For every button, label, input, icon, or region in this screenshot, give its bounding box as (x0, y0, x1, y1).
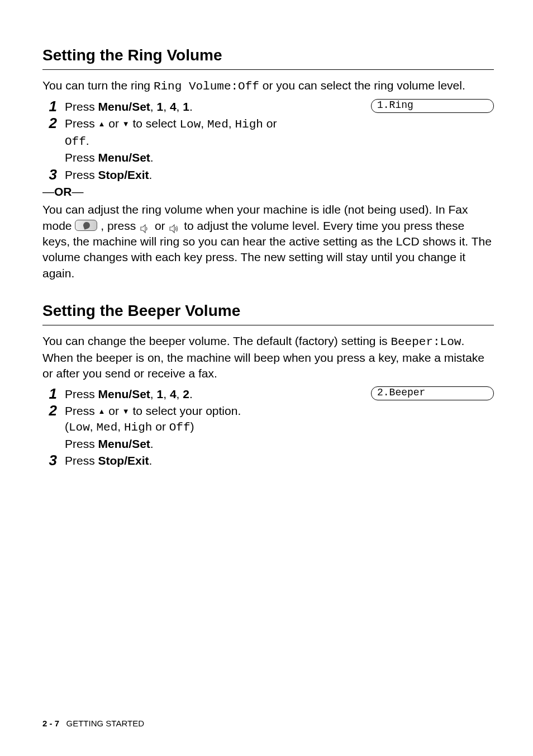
text: , (177, 100, 183, 113)
text: , (90, 420, 97, 433)
text: Press (65, 151, 98, 164)
key-stop-exit: Stop/Exit (98, 454, 149, 467)
text: Press (65, 117, 98, 130)
text: to select your option. (130, 404, 241, 417)
text: , (117, 420, 124, 433)
step-text: Press Menu/Set, 1, 4, 2. (65, 386, 299, 402)
text: or (105, 117, 122, 130)
up-arrow-icon: ▲ (98, 120, 106, 128)
text: or (105, 404, 122, 417)
key-4: 4 (170, 100, 177, 113)
step-1: 1 Press Menu/Set, 1, 4, 2. 2.Beeper (42, 386, 494, 402)
lcd-display: 2.Beeper (371, 386, 494, 400)
option-off: Off (169, 421, 191, 434)
step-3: 3 Press Stop/Exit. (42, 167, 494, 183)
step-number: 2 (42, 116, 65, 130)
option-off: Off (65, 135, 86, 148)
step-number: 3 (42, 167, 65, 182)
key-stop-exit: Stop/Exit (98, 168, 149, 181)
text: . (189, 100, 193, 113)
text: Press (65, 454, 98, 467)
key-1: 1 (157, 388, 164, 400)
section-ring-volume: Setting the Ring Volume You can turn the… (42, 45, 494, 281)
text: or (151, 219, 168, 232)
page-number: 2 - 7 (42, 719, 59, 728)
step-2: 2 Press ▲ or ▼ to select Low, Med, High … (42, 116, 494, 166)
step-text: Press Stop/Exit. (65, 453, 299, 469)
text: Press (65, 100, 98, 113)
text: , (163, 100, 170, 113)
idle-paragraph: You can adjust the ring volume when your… (42, 202, 494, 281)
text: , (150, 100, 157, 113)
text: , (177, 388, 183, 400)
section-beeper-volume: Setting the Beeper Volume You can change… (42, 300, 494, 469)
key-menu-set: Menu/Set (98, 151, 150, 164)
text: . (150, 151, 154, 164)
text: ( (65, 420, 69, 433)
lcd-text-inline: Ring Volume:Off (154, 80, 259, 93)
step-text: Press ▲ or ▼ to select your option. (Low… (65, 403, 299, 452)
step-number: 1 (42, 386, 65, 401)
lcd-display-wrapper: 2.Beeper (349, 386, 494, 402)
text: , press (97, 219, 139, 232)
key-menu-set: Menu/Set (98, 388, 150, 400)
speaker-low-icon (140, 221, 150, 230)
step-3: 3 Press Stop/Exit. (42, 453, 494, 469)
text: to select (130, 117, 180, 130)
text: . (189, 388, 193, 400)
option-high: High (235, 118, 263, 131)
text: Press (65, 404, 98, 417)
svg-marker-0 (141, 225, 145, 233)
down-arrow-icon: ▼ (122, 407, 130, 415)
heading-ring-volume: Setting the Ring Volume (42, 45, 494, 66)
step-text: Press Menu/Set, 1, 4, 1. (65, 99, 299, 115)
fax-mode-icon (75, 220, 97, 231)
heading-beeper-volume: Setting the Beeper Volume (42, 300, 494, 322)
key-4: 4 (170, 388, 177, 400)
text: , (229, 117, 235, 130)
key-2: 2 (183, 388, 189, 400)
text: or you can select the ring volume level. (259, 79, 465, 92)
lcd-display: 1.Ring (371, 99, 494, 113)
text: Press (65, 388, 98, 400)
step-number: 1 (42, 99, 65, 114)
text: , (150, 388, 157, 400)
divider (42, 325, 494, 325)
text: ) (191, 420, 194, 433)
text: or (263, 117, 277, 130)
step-2: 2 Press ▲ or ▼ to select your option. (L… (42, 403, 494, 452)
option-high: High (124, 421, 152, 434)
text: . (149, 454, 153, 467)
option-med: Med (96, 421, 117, 434)
divider (42, 69, 494, 70)
option-low: Low (69, 421, 90, 434)
step-1: 1 Press Menu/Set, 1, 4, 1. 1.Ring (42, 99, 494, 115)
chapter-title: GETTING STARTED (66, 719, 144, 728)
option-low: Low (180, 118, 201, 131)
down-arrow-icon: ▼ (122, 120, 130, 128)
key-menu-set: Menu/Set (98, 437, 150, 450)
key-1: 1 (183, 100, 189, 113)
intro-paragraph: You can change the beeper volume. The de… (42, 333, 494, 382)
text: You can change the beeper volume. The de… (42, 334, 391, 347)
text: Press (65, 168, 98, 181)
text: or (152, 420, 169, 433)
step-number: 3 (42, 453, 65, 467)
text: Press (65, 437, 98, 450)
option-med: Med (207, 118, 229, 131)
text: . (150, 437, 154, 450)
up-arrow-icon: ▲ (98, 407, 106, 415)
key-1: 1 (157, 100, 164, 113)
svg-marker-1 (170, 225, 174, 233)
or-separator: —OR— (42, 184, 494, 200)
text: You can turn the ring (42, 79, 154, 92)
key-menu-set: Menu/Set (98, 100, 150, 113)
page-footer: 2 - 7 GETTING STARTED (42, 718, 144, 729)
or-label: OR (54, 185, 72, 198)
text: . (86, 134, 89, 147)
lcd-text-inline: Beeper:Low (391, 336, 461, 348)
lcd-display-wrapper: 1.Ring (349, 99, 494, 115)
step-text: Press Stop/Exit. (65, 167, 299, 183)
text: , (201, 117, 207, 130)
step-number: 2 (42, 403, 65, 418)
